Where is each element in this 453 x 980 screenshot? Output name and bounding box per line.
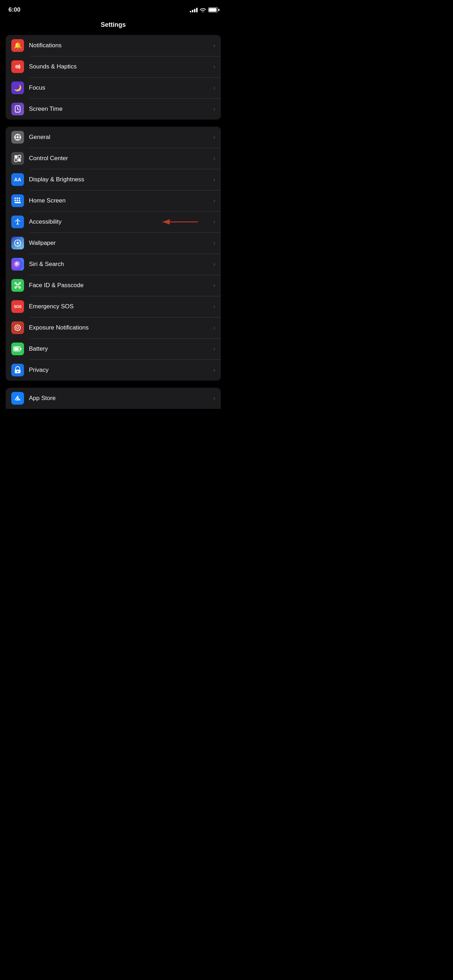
sidebar-item-app-store[interactable]: App Store › bbox=[6, 388, 221, 409]
home-screen-label: Home Screen bbox=[29, 197, 211, 204]
control-center-icon bbox=[11, 152, 24, 165]
sidebar-item-home-screen[interactable]: Home Screen › bbox=[6, 190, 221, 211]
svg-rect-25 bbox=[15, 287, 16, 288]
status-time: 6:00 bbox=[8, 6, 21, 13]
svg-rect-10 bbox=[18, 159, 21, 162]
svg-point-1 bbox=[16, 66, 17, 67]
sidebar-item-notifications[interactable]: 🔔 Notifications › bbox=[6, 35, 221, 56]
exposure-notifications-label: Exposure Notifications bbox=[29, 324, 211, 331]
status-bar: 6:00 bbox=[0, 0, 227, 18]
app-store-label: App Store bbox=[29, 395, 211, 402]
wifi-icon bbox=[200, 7, 206, 12]
sidebar-item-display-brightness[interactable]: AA Display & Brightness › bbox=[6, 169, 221, 190]
svg-point-31 bbox=[17, 327, 19, 329]
privacy-icon bbox=[11, 364, 24, 376]
svg-rect-15 bbox=[17, 200, 18, 201]
chevron-icon: › bbox=[213, 261, 215, 267]
sidebar-item-battery[interactable]: Battery › bbox=[6, 338, 221, 360]
chevron-icon: › bbox=[213, 64, 215, 70]
svg-point-32 bbox=[17, 325, 18, 326]
chevron-icon: › bbox=[213, 134, 215, 140]
battery-settings-icon bbox=[11, 342, 24, 355]
notifications-icon: 🔔 bbox=[11, 39, 24, 52]
page-title: Settings bbox=[0, 18, 227, 35]
settings-group-2: General › Control Center › AA Display & … bbox=[6, 127, 221, 381]
status-icons bbox=[190, 7, 218, 12]
accessibility-label: Accessibility bbox=[29, 218, 211, 226]
chevron-icon: › bbox=[213, 177, 215, 183]
general-label: General bbox=[29, 134, 211, 141]
svg-point-37 bbox=[19, 329, 20, 330]
sidebar-item-wallpaper[interactable]: Wallpaper › bbox=[6, 232, 221, 254]
svg-rect-41 bbox=[14, 347, 19, 350]
chevron-icon: › bbox=[213, 155, 215, 162]
svg-point-33 bbox=[17, 330, 18, 331]
svg-rect-12 bbox=[17, 197, 18, 199]
focus-label: Focus bbox=[29, 84, 211, 91]
wallpaper-label: Wallpaper bbox=[29, 240, 211, 247]
siri-search-icon bbox=[11, 258, 24, 270]
svg-rect-23 bbox=[15, 283, 16, 284]
chevron-icon: › bbox=[213, 42, 215, 49]
screen-time-icon bbox=[11, 103, 24, 115]
svg-point-44 bbox=[17, 371, 18, 372]
svg-point-36 bbox=[15, 325, 16, 326]
chevron-icon: › bbox=[213, 303, 215, 310]
emergency-sos-icon: SOS bbox=[11, 300, 24, 313]
display-brightness-icon: AA bbox=[11, 173, 24, 186]
sounds-haptics-icon bbox=[11, 60, 24, 73]
battery-icon bbox=[208, 7, 218, 12]
display-brightness-label: Display & Brightness bbox=[29, 176, 211, 183]
svg-point-18 bbox=[17, 219, 18, 220]
svg-rect-26 bbox=[19, 287, 21, 288]
chevron-icon: › bbox=[213, 106, 215, 112]
settings-group-3-partial: App Store › bbox=[6, 388, 221, 409]
sidebar-item-face-id[interactable]: Face ID & Passcode › bbox=[6, 275, 221, 296]
face-id-icon bbox=[11, 279, 24, 292]
svg-rect-24 bbox=[19, 283, 21, 284]
chevron-icon: › bbox=[213, 282, 215, 289]
settings-group-1: 🔔 Notifications › Sounds & Haptics › 🌙 F… bbox=[6, 35, 221, 119]
svg-rect-11 bbox=[14, 197, 16, 199]
svg-rect-9 bbox=[14, 159, 17, 162]
sidebar-item-emergency-sos[interactable]: SOS Emergency SOS › bbox=[6, 296, 221, 317]
sidebar-item-accessibility[interactable]: Accessibility › bbox=[6, 211, 221, 232]
siri-search-label: Siri & Search bbox=[29, 261, 211, 268]
svg-line-4 bbox=[17, 109, 19, 110]
app-store-icon bbox=[11, 392, 24, 405]
svg-rect-17 bbox=[14, 202, 21, 203]
sidebar-item-privacy[interactable]: Privacy › bbox=[6, 360, 221, 381]
sidebar-item-exposure-notifications[interactable]: Exposure Notifications › bbox=[6, 317, 221, 338]
svg-rect-7 bbox=[14, 155, 17, 158]
chevron-icon: › bbox=[213, 219, 215, 225]
svg-rect-14 bbox=[14, 200, 16, 201]
home-screen-icon bbox=[11, 194, 24, 207]
sidebar-item-sounds-haptics[interactable]: Sounds & Haptics › bbox=[6, 56, 221, 77]
exposure-notifications-icon bbox=[11, 321, 24, 334]
svg-point-34 bbox=[14, 328, 16, 328]
sidebar-item-siri-search[interactable]: Siri & Search › bbox=[6, 254, 221, 275]
svg-point-35 bbox=[20, 328, 21, 328]
emergency-sos-label: Emergency SOS bbox=[29, 303, 211, 310]
chevron-icon: › bbox=[213, 325, 215, 331]
svg-point-39 bbox=[19, 325, 20, 326]
accessibility-icon bbox=[11, 216, 24, 228]
sidebar-item-control-center[interactable]: Control Center › bbox=[6, 148, 221, 169]
svg-rect-16 bbox=[19, 200, 20, 201]
notifications-label: Notifications bbox=[29, 42, 211, 49]
svg-point-22 bbox=[17, 242, 19, 244]
sidebar-item-screen-time[interactable]: Screen Time › bbox=[6, 99, 221, 119]
sidebar-item-focus[interactable]: 🌙 Focus › bbox=[6, 77, 221, 99]
chevron-icon: › bbox=[213, 240, 215, 246]
general-icon bbox=[11, 131, 24, 143]
focus-icon: 🌙 bbox=[11, 81, 24, 94]
sidebar-item-general[interactable]: General › bbox=[6, 127, 221, 148]
svg-point-6 bbox=[17, 137, 19, 138]
wallpaper-icon bbox=[11, 237, 24, 250]
svg-rect-42 bbox=[21, 348, 22, 350]
signal-strength-icon bbox=[190, 7, 197, 12]
svg-rect-8 bbox=[18, 155, 21, 158]
battery-label: Battery bbox=[29, 345, 211, 352]
chevron-icon: › bbox=[213, 85, 215, 91]
svg-rect-13 bbox=[19, 197, 20, 199]
